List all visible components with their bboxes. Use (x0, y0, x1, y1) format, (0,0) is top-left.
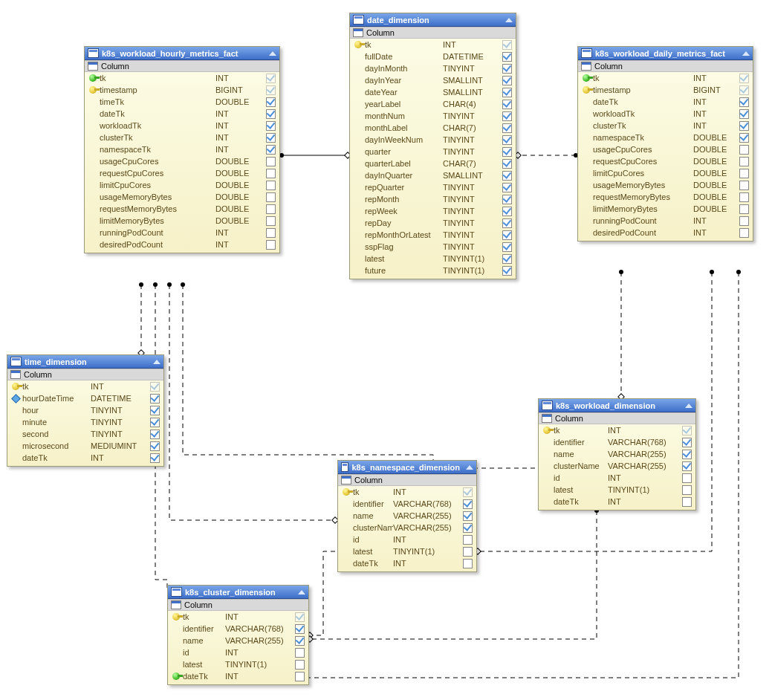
checkbox-icon[interactable] (266, 169, 276, 178)
column-row[interactable]: latestTINYINT(1) (350, 253, 516, 265)
checkbox-icon[interactable] (502, 52, 512, 62)
column-row[interactable]: limitCpuCoresDOUBLE (578, 167, 753, 179)
checkbox-icon[interactable] (266, 228, 276, 238)
checkbox-icon[interactable] (502, 64, 512, 74)
checkbox-icon[interactable] (502, 183, 512, 192)
column-row[interactable]: workloadTkINT (578, 108, 753, 120)
column-row[interactable]: nameVARCHAR(255) (539, 448, 695, 460)
column-row[interactable]: dateTkINT (539, 496, 695, 510)
table-titlebar[interactable]: date_dimension (350, 13, 516, 27)
checkbox-icon[interactable] (463, 523, 473, 533)
column-row[interactable]: nameVARCHAR(255) (168, 635, 308, 646)
column-row[interactable]: latestTINYINT(1) (338, 545, 476, 557)
checkbox-icon[interactable] (739, 133, 749, 143)
column-row[interactable]: runningPodCountINT (578, 215, 753, 227)
checkbox-icon[interactable] (295, 648, 305, 658)
table-titlebar[interactable]: time_dimension (7, 355, 163, 369)
column-row[interactable]: namespaceTkINT (85, 143, 279, 155)
checkbox-icon[interactable] (739, 228, 749, 238)
checkbox-icon[interactable] (739, 157, 749, 166)
db-table-daily[interactable]: k8s_workload_daily_metrics_factColumntkI… (577, 46, 753, 242)
checkbox-icon[interactable] (502, 123, 512, 133)
checkbox-icon[interactable] (266, 192, 276, 202)
column-row[interactable]: hourTINYINT (7, 404, 163, 416)
checkbox-icon[interactable] (150, 382, 160, 392)
column-row[interactable]: clusterTkINT (578, 120, 753, 132)
checkbox-icon[interactable] (682, 450, 692, 459)
column-row[interactable]: namespaceTkDOUBLE (578, 132, 753, 143)
column-row[interactable]: repQuarterTINYINT (350, 181, 516, 193)
checkbox-icon[interactable] (502, 135, 512, 145)
checkbox-icon[interactable] (739, 181, 749, 190)
table-titlebar[interactable]: k8s_cluster_dimension (168, 586, 308, 599)
column-row[interactable]: dayInWeekNumTINYINT (350, 134, 516, 146)
db-table-time_dim[interactable]: time_dimensionColumntkINThourDateTimeDAT… (7, 354, 164, 467)
checkbox-icon[interactable] (295, 660, 305, 670)
checkbox-icon[interactable] (150, 453, 160, 463)
column-row[interactable]: latestTINYINT(1) (168, 658, 308, 670)
column-row[interactable]: limitMemoryBytesDOUBLE (578, 203, 753, 215)
column-row[interactable]: dayInMonthTINYINT (350, 62, 516, 74)
checkbox-icon[interactable] (266, 74, 276, 83)
db-table-hourly[interactable]: k8s_workload_hourly_metrics_factColumntk… (84, 46, 280, 253)
column-row[interactable]: repWeekTINYINT (350, 205, 516, 217)
checkbox-icon[interactable] (502, 266, 512, 276)
column-row[interactable]: futureTINYINT(1) (350, 265, 516, 279)
column-row[interactable]: sspFlagTINYINT (350, 241, 516, 253)
column-row[interactable]: desiredPodCountINT (85, 239, 279, 253)
checkbox-icon[interactable] (266, 109, 276, 119)
checkbox-icon[interactable] (266, 157, 276, 166)
checkbox-icon[interactable] (502, 100, 512, 109)
checkbox-icon[interactable] (739, 109, 749, 119)
collapse-icon[interactable] (466, 465, 473, 470)
collapse-icon[interactable] (742, 51, 750, 56)
table-titlebar[interactable]: k8s_workload_daily_metrics_fact (578, 47, 753, 60)
column-row[interactable]: idINT (168, 646, 308, 658)
checkbox-icon[interactable] (502, 207, 512, 216)
checkbox-icon[interactable] (502, 254, 512, 264)
db-table-workload_dim[interactable]: k8s_workload_dimensionColumntkINTidentif… (538, 398, 696, 511)
table-titlebar[interactable]: k8s_namespace_dimension (338, 461, 476, 474)
column-row[interactable]: hourDateTimeDATETIME (7, 392, 163, 404)
checkbox-icon[interactable] (682, 426, 692, 435)
checkbox-icon[interactable] (502, 159, 512, 169)
checkbox-icon[interactable] (502, 111, 512, 121)
column-row[interactable]: dateTkINT (578, 96, 753, 108)
checkbox-icon[interactable] (739, 145, 749, 155)
column-row[interactable]: timeTkDOUBLE (85, 96, 279, 108)
column-row[interactable]: timestampBIGINT (85, 84, 279, 96)
checkbox-icon[interactable] (266, 145, 276, 155)
checkbox-icon[interactable] (739, 74, 749, 83)
column-row[interactable]: desiredPodCountINT (578, 227, 753, 241)
column-row[interactable]: usageCpuCoresDOUBLE (578, 143, 753, 155)
column-row[interactable]: tkINT (578, 72, 753, 84)
checkbox-icon[interactable] (739, 204, 749, 214)
column-row[interactable]: latestTINYINT(1) (539, 484, 695, 496)
column-row[interactable]: dateTkINT (168, 670, 308, 684)
column-row[interactable]: quarterTINYINT (350, 146, 516, 158)
checkbox-icon[interactable] (295, 624, 305, 634)
checkbox-icon[interactable] (463, 487, 473, 497)
column-row[interactable]: repMonthTINYINT (350, 193, 516, 205)
column-row[interactable]: dateTkINT (7, 452, 163, 466)
checkbox-icon[interactable] (502, 171, 512, 181)
column-row[interactable]: secondTINYINT (7, 428, 163, 440)
checkbox-icon[interactable] (463, 499, 473, 509)
column-row[interactable]: usageMemoryBytesDOUBLE (578, 179, 753, 191)
checkbox-icon[interactable] (266, 121, 276, 131)
column-row[interactable]: clusterTkINT (85, 132, 279, 143)
checkbox-icon[interactable] (463, 547, 473, 557)
column-row[interactable]: usageMemoryBytesDOUBLE (85, 191, 279, 203)
checkbox-icon[interactable] (266, 240, 276, 250)
column-row[interactable]: tkINT (539, 424, 695, 436)
checkbox-icon[interactable] (295, 636, 305, 646)
checkbox-icon[interactable] (682, 438, 692, 447)
table-titlebar[interactable]: k8s_workload_hourly_metrics_fact (85, 47, 279, 60)
column-row[interactable]: requestCpuCoresDOUBLE (578, 155, 753, 167)
checkbox-icon[interactable] (739, 192, 749, 202)
column-row[interactable]: repDayTINYINT (350, 217, 516, 229)
checkbox-icon[interactable] (463, 511, 473, 521)
checkbox-icon[interactable] (502, 242, 512, 252)
checkbox-icon[interactable] (739, 216, 749, 226)
column-row[interactable]: quarterLabelCHAR(7) (350, 158, 516, 169)
